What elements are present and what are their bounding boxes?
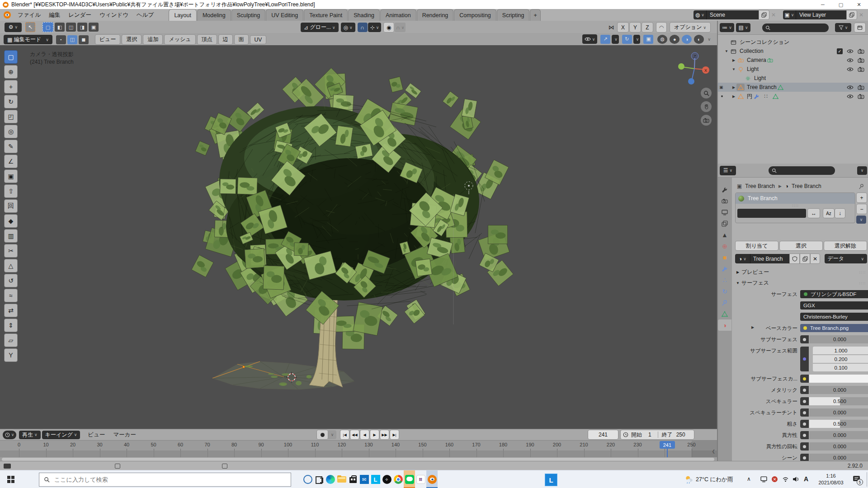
shading-material-button[interactable]: ◑ [682, 35, 692, 44]
playback-button-3[interactable]: ▶ [370, 430, 379, 440]
node-socket[interactable] [800, 347, 809, 371]
viewport-menu-0[interactable]: ビュー [95, 34, 121, 45]
timeline-keyframe-area[interactable] [0, 450, 717, 457]
snap-toggle[interactable]: ∩ [358, 23, 368, 32]
add-slot-button[interactable]: + [856, 192, 867, 203]
end-frame-value[interactable]: 250 [676, 432, 685, 438]
disable-render-icon[interactable] [858, 57, 864, 63]
workspace-tab-layout[interactable]: Layout [169, 9, 197, 21]
close-button[interactable]: ✕ [850, 0, 868, 9]
view-layer-name-field[interactable]: View Layer [796, 10, 846, 19]
viewport-menu-3[interactable]: メッシュ [164, 34, 195, 45]
timeline-scrollbar-thumb[interactable] [2, 458, 714, 461]
node-socket[interactable] [800, 386, 809, 394]
expand-arrow[interactable]: ▼ [724, 49, 729, 53]
properties-tab-output[interactable] [718, 206, 731, 218]
workspace-tab-texture-paint[interactable]: Texture Paint [304, 9, 348, 21]
proportional-editing-toggle[interactable]: ◉ [383, 22, 394, 33]
view-layer-remove-button[interactable]: ✕ [859, 12, 863, 18]
workspace-tab-sculpting[interactable]: Sculpting [231, 9, 265, 21]
breadcrumb-material[interactable]: Tree Branch [792, 183, 821, 189]
mirror-icon[interactable]: ⋈ [609, 24, 614, 31]
workspace-tab-scripting[interactable]: Scripting [497, 9, 530, 21]
fit-name-button[interactable]: ↔ [807, 208, 820, 218]
playback-button-1[interactable]: ◀◀ [350, 430, 359, 440]
node-socket[interactable] [800, 420, 809, 428]
tray-clock[interactable]: 1:16 2021/08/03 [814, 473, 848, 486]
shader-button[interactable]: プリンシブルBSDF [800, 290, 868, 298]
notification-center-button[interactable]: 5 [853, 475, 860, 484]
tool-rip-region[interactable]: Y [4, 348, 18, 362]
value-slider[interactable]: 0.000 [809, 442, 868, 450]
hidden-icons-chevron[interactable]: ∧ [747, 476, 751, 482]
value-slider[interactable]: 0.000 [809, 454, 868, 461]
select-mode-option-2[interactable]: ◫ [66, 23, 76, 32]
scene-copy-button[interactable] [759, 10, 769, 20]
expand-arrow[interactable]: ▶ [731, 94, 736, 99]
outliner-display-mode-button[interactable]: ▤∨ [736, 23, 750, 32]
select-mode-option-1[interactable]: ◧ [55, 23, 65, 32]
hide-eye-icon[interactable] [847, 57, 854, 63]
face-select-mode-button[interactable]: ◼ [79, 35, 89, 44]
view-layer-copy-button[interactable] [846, 10, 857, 20]
tool-extrude-region[interactable]: ⇧ [4, 184, 18, 198]
viewport-menu-2[interactable]: 追加 [143, 34, 163, 45]
maximize-button[interactable]: ▢ [832, 0, 850, 9]
select-through-dropdown[interactable]: ∨ [612, 35, 619, 44]
scene-unlink-button[interactable]: ✕ [771, 12, 776, 18]
playhead-frame-badge[interactable]: 241 [660, 441, 675, 449]
preview-panel-header[interactable]: ▶プレビュー : : : : [734, 268, 867, 277]
select-mode-option-4[interactable]: ▣ [89, 23, 99, 32]
unlink-material-button[interactable]: ✕ [810, 253, 820, 264]
taskbar-search[interactable] [39, 473, 291, 487]
vector-field[interactable]: 0.200 [813, 355, 868, 363]
hide-eye-icon[interactable] [847, 84, 854, 90]
properties-tab-world[interactable]: ⊕ [718, 240, 731, 252]
taskbar-app-task-view[interactable] [313, 470, 325, 488]
tool-rotate[interactable]: ↻ [4, 95, 18, 108]
options-dropdown[interactable]: オプション∨ [670, 22, 711, 33]
minimize-button[interactable]: ─ [814, 0, 832, 9]
menu-2[interactable]: レンダー [64, 11, 95, 19]
blender-logo-icon[interactable] [4, 11, 11, 19]
properties-tab-modifiers[interactable] [718, 263, 731, 274]
auto-keying-dropdown[interactable]: ∨ [328, 430, 336, 439]
breadcrumb-object[interactable]: Tree Branch [745, 183, 775, 189]
workspace-tab-+[interactable]: + [530, 9, 540, 21]
timeline-editor-type-button[interactable]: ∨ [3, 431, 16, 439]
workspace-tab-rendering[interactable]: Rendering [417, 9, 454, 21]
scene-name-field[interactable]: Scene [706, 10, 759, 19]
viewport-menu-6[interactable]: 面 [234, 34, 249, 45]
viewport-menu-7[interactable]: UV [250, 35, 267, 44]
fake-user-button[interactable] [789, 253, 800, 264]
taskbar-app-blender[interactable] [426, 470, 438, 488]
tool-shrink-fatten[interactable]: ⇕ [4, 319, 18, 332]
overlays-dropdown[interactable]: ∨ [633, 35, 641, 44]
deselect-button[interactable]: 選択解除 [824, 241, 867, 251]
material-slot-row[interactable]: Tree Branch [736, 193, 855, 204]
tool-bevel[interactable]: ◆ [4, 214, 18, 228]
outliner-item-label[interactable]: Light [754, 75, 766, 81]
disable-render-icon[interactable] [858, 84, 864, 90]
outliner-row-Light[interactable]: ▼Light [718, 65, 868, 74]
material-datablock-name[interactable]: Tree Branch [750, 254, 789, 263]
taskbar-app-edge[interactable] [325, 470, 336, 488]
properties-tab-constraints[interactable] [718, 297, 731, 308]
start-button[interactable] [0, 470, 22, 488]
properties-tab-object-data[interactable] [718, 308, 731, 319]
shading-dropdown[interactable]: ∨ [708, 37, 711, 42]
select-mode-new-button[interactable]: ▢ [42, 22, 53, 32]
browse-material-button[interactable]: ◑∨ [735, 254, 750, 263]
value-slider[interactable]: 0.000 [809, 408, 868, 417]
playback-button-2[interactable]: ◀ [360, 430, 369, 440]
node-socket[interactable] [800, 397, 809, 405]
pin-icon[interactable] [859, 183, 864, 189]
properties-tab-particles[interactable]: ∴ [718, 274, 731, 286]
auto-keying-toggle[interactable] [316, 430, 328, 440]
expand-arrow[interactable]: ▼ [731, 67, 736, 71]
timeline-view-menu[interactable]: ビュー [84, 431, 109, 439]
taskbar-app-line-works[interactable]: L [370, 470, 381, 488]
hide-eye-icon[interactable] [847, 93, 854, 99]
outliner-filter-button[interactable]: ∨ [835, 23, 851, 32]
node-socket[interactable] [800, 454, 809, 461]
